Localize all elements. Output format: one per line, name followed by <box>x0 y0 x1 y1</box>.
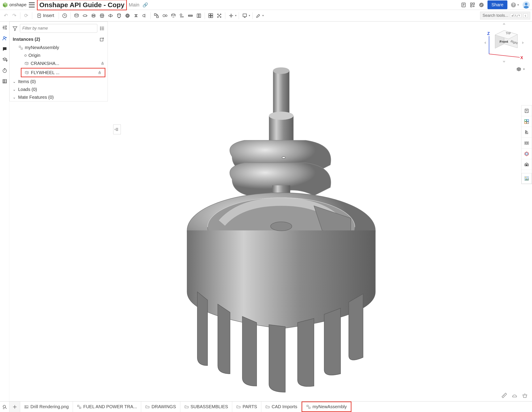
tab-fuel-power[interactable]: FUEL AND POWER TRA... <box>73 402 141 412</box>
loads-label: Loads (0) <box>18 87 37 92</box>
named-views-icon[interactable] <box>522 138 532 148</box>
tab-drawings[interactable]: DRAWINGS <box>141 402 180 412</box>
tab-cad-imports[interactable]: CAD Imports <box>261 402 301 412</box>
tab-parts[interactable]: PARTS <box>232 402 261 412</box>
breadcrumb-current[interactable]: Main <box>129 2 139 8</box>
mate-tangent-icon[interactable] <box>141 12 149 20</box>
document-title[interactable]: Onshape API Guide - Copy <box>39 1 125 9</box>
add-instance-icon[interactable] <box>100 37 104 42</box>
redo-button[interactable]: ↷ <box>10 12 18 20</box>
mate-slider-icon[interactable] <box>89 12 97 20</box>
exploded-view-icon[interactable] <box>522 116 532 127</box>
snap-icon[interactable] <box>195 12 203 20</box>
render-mode-dropdown[interactable]: ▼ <box>516 66 525 72</box>
mate-cylindrical-icon[interactable] <box>106 12 114 20</box>
mate-fastened-icon[interactable] <box>73 12 81 20</box>
mate-ball-icon[interactable] <box>124 12 132 20</box>
replicate-icon[interactable] <box>207 12 215 20</box>
list-view-icon[interactable] <box>100 26 105 31</box>
svg-text:X: X <box>520 56 523 60</box>
user-avatar[interactable] <box>522 1 530 9</box>
history-icon[interactable] <box>61 12 69 20</box>
view-cube[interactable]: Z Y X Front Right Top <box>483 21 525 64</box>
mate-pin-icon[interactable] <box>115 12 123 20</box>
search-kbd2: c <box>523 13 528 18</box>
measure-icon[interactable] <box>501 392 507 399</box>
svg-point-64 <box>6 29 7 29</box>
reload-button[interactable]: ⟳ <box>22 12 30 20</box>
tree-part-flywheel-highlight[interactable]: FLYWHEEL ... ⋔ <box>21 68 105 77</box>
svg-rect-8 <box>470 3 472 4</box>
units-icon[interactable] <box>522 392 528 399</box>
panel-collapse-handle[interactable] <box>113 125 121 134</box>
svg-rect-46 <box>197 14 199 18</box>
comments-icon[interactable] <box>1 46 8 52</box>
display-states-icon[interactable] <box>522 127 532 138</box>
svg-rect-118 <box>525 119 526 121</box>
link-icon[interactable]: 🔗 <box>142 2 148 8</box>
group-icon[interactable] <box>152 12 161 20</box>
instances-header[interactable]: Instances (2) <box>10 35 108 44</box>
insert-button[interactable]: Insert <box>34 12 57 20</box>
relation-linear-icon[interactable] <box>169 12 177 20</box>
app-logo[interactable]: onshape <box>2 2 27 8</box>
tab-label: myNewAssembly <box>313 404 347 409</box>
assembly-toolbar: ↶ ↷ ⟳ Insert ▼ ▼ ▼ Search tools... alt/⌥ <box>0 10 532 21</box>
hamburger-menu-icon[interactable] <box>29 2 35 7</box>
3d-model-render <box>158 62 404 398</box>
tools-dropdown[interactable]: ▼ <box>254 12 264 20</box>
mate-planar-icon[interactable] <box>98 12 106 20</box>
help-menu[interactable]: ? ▼ <box>511 2 520 8</box>
svg-point-24 <box>92 16 95 17</box>
tree-items-section[interactable]: ⌄ Items (0) <box>10 78 108 86</box>
bom-icon[interactable] <box>1 78 8 85</box>
add-tab-button[interactable]: ＋ <box>10 402 20 412</box>
tab-drill-rendering[interactable]: Drill Rendering.png <box>20 402 73 412</box>
part-icon <box>25 70 29 75</box>
display-options-dropdown[interactable]: ▼ <box>241 12 251 20</box>
filter-input[interactable] <box>20 24 97 33</box>
undo-button[interactable]: ↶ <box>2 12 10 20</box>
svg-text:?: ? <box>6 59 7 62</box>
svg-point-23 <box>92 14 95 15</box>
versions-icon[interactable]: ? <box>1 56 8 63</box>
tree-assembly-root[interactable]: myNewAssembly <box>10 44 108 51</box>
mate-revolute-icon[interactable] <box>81 12 89 20</box>
relation-gear-icon[interactable] <box>161 12 169 20</box>
svg-rect-122 <box>525 142 529 144</box>
mass-props-icon[interactable]: M <box>522 159 532 170</box>
notes-icon[interactable] <box>461 2 466 8</box>
feature-tree-toggle-icon[interactable] <box>1 24 8 31</box>
timer-icon[interactable] <box>1 67 8 74</box>
tab-my-new-assembly-highlight[interactable]: myNewAssembly <box>302 402 352 412</box>
tab-subassemblies[interactable]: SUBASSEMBLIES <box>180 402 232 412</box>
share-button[interactable]: Share <box>487 0 507 9</box>
svg-line-130 <box>503 395 504 396</box>
section-icon[interactable] <box>512 392 518 399</box>
mate-parallel-icon[interactable] <box>132 12 140 20</box>
tab-search-icon[interactable] <box>0 402 10 412</box>
svg-marker-100 <box>522 41 524 44</box>
appearance-icon[interactable] <box>522 173 532 184</box>
pattern-icon[interactable] <box>215 12 223 20</box>
relation-screw-icon[interactable] <box>186 12 194 20</box>
svg-rect-40 <box>157 16 158 18</box>
tree-part-crankshaft[interactable]: CRANKSHA... ⋔ <box>10 59 108 67</box>
configurations-icon[interactable] <box>522 148 532 159</box>
svg-point-44 <box>180 14 182 16</box>
tree-mates-section[interactable]: ⌄ Mate Features (0) <box>10 93 108 101</box>
add-person-icon[interactable] <box>1 35 8 42</box>
filter-icon[interactable] <box>12 26 18 31</box>
properties-icon[interactable] <box>522 106 532 116</box>
mate-connector-dropdown[interactable]: ▼ <box>227 12 237 20</box>
relation-rack-icon[interactable] <box>178 12 186 20</box>
svg-point-139 <box>26 406 26 407</box>
tree-loads-section[interactable]: ⌄ Loads (0) <box>10 86 108 93</box>
learning-icon[interactable]: ✓ <box>478 2 484 8</box>
app-store-icon[interactable] <box>470 2 475 8</box>
tree-origin[interactable]: Origin <box>10 51 108 59</box>
tab-label: CAD Imports <box>272 404 297 409</box>
search-tools[interactable]: Search tools... alt/⌥ c <box>480 12 530 20</box>
svg-point-43 <box>171 14 175 15</box>
svg-point-65 <box>3 37 5 38</box>
